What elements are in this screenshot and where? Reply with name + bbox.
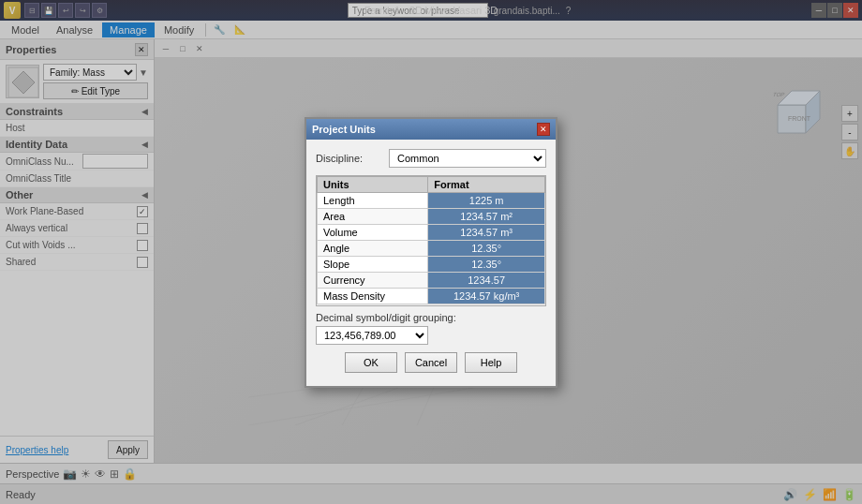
table-row: Area 1234.57 m² bbox=[318, 208, 545, 224]
col-header-units: Units bbox=[318, 176, 428, 192]
unit-label: Slope bbox=[318, 256, 428, 272]
table-row: Angle 12.35° bbox=[318, 240, 545, 256]
modal-body: Discipline: Common Structural HVAC Elect… bbox=[306, 140, 556, 386]
modal-close-button[interactable]: ✕ bbox=[537, 123, 550, 136]
format-cell[interactable]: 12.35° bbox=[428, 240, 545, 256]
decimal-select[interactable]: 123,456,789.00 123.456.789,00 bbox=[316, 326, 428, 345]
unit-label: Currency bbox=[318, 272, 428, 288]
format-cell[interactable]: 12.35° bbox=[428, 256, 545, 272]
ok-button[interactable]: OK bbox=[345, 352, 397, 373]
decimal-label: Decimal symbol/digit grouping: bbox=[316, 312, 546, 323]
discipline-row: Discipline: Common Structural HVAC Elect… bbox=[316, 149, 546, 168]
table-row: Currency 1234.57 bbox=[318, 272, 545, 288]
col-header-format: Format bbox=[428, 176, 545, 192]
format-cell[interactable]: 1234.57 m² bbox=[428, 208, 545, 224]
modal-titlebar: Project Units ✕ bbox=[306, 119, 556, 140]
decimal-section: Decimal symbol/digit grouping: 123,456,7… bbox=[316, 312, 546, 345]
modal-overlay: Project Units ✕ Discipline: Common Struc… bbox=[0, 0, 862, 504]
format-cell[interactable]: 1234.57 kg/m³ bbox=[428, 288, 545, 304]
discipline-select[interactable]: Common Structural HVAC Electrical Piping… bbox=[389, 149, 546, 168]
unit-label: Angle bbox=[318, 240, 428, 256]
format-cell[interactable]: 1225 m bbox=[428, 192, 545, 208]
modal-title: Project Units bbox=[312, 124, 376, 135]
project-units-dialog: Project Units ✕ Discipline: Common Struc… bbox=[305, 117, 557, 388]
discipline-label: Discipline: bbox=[316, 153, 381, 164]
table-row: Volume 1234.57 m³ bbox=[318, 224, 545, 240]
table-row: Slope 12.35° bbox=[318, 256, 545, 272]
help-button[interactable]: Help bbox=[465, 352, 517, 373]
unit-label: Area bbox=[318, 208, 428, 224]
unit-label: Mass Density bbox=[318, 288, 428, 304]
units-table: Units Format Length 1225 m Area 1234.57 … bbox=[317, 176, 545, 304]
format-cell[interactable]: 1234.57 bbox=[428, 272, 545, 288]
units-table-wrapper: Units Format Length 1225 m Area 1234.57 … bbox=[316, 175, 546, 306]
table-row: Mass Density 1234.57 kg/m³ bbox=[318, 288, 545, 304]
unit-label: Length bbox=[318, 192, 428, 208]
cancel-button[interactable]: Cancel bbox=[405, 352, 457, 373]
format-cell[interactable]: 1234.57 m³ bbox=[428, 224, 545, 240]
table-row: Length 1225 m bbox=[318, 192, 545, 208]
unit-label: Volume bbox=[318, 224, 428, 240]
modal-footer: OK Cancel Help bbox=[316, 352, 546, 377]
